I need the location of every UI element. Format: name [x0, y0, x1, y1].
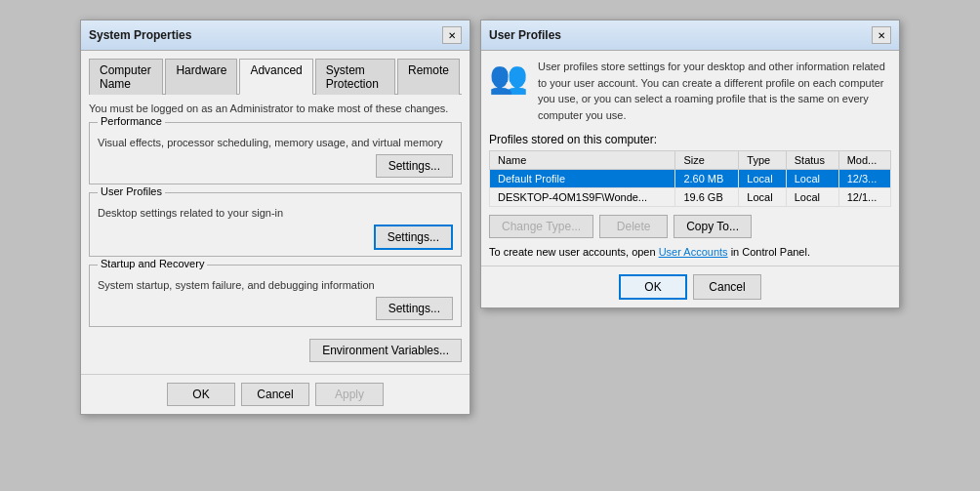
- col-header-status: Status: [786, 151, 838, 170]
- profiles-table: Name Size Type Status Mod... Default Pro…: [489, 150, 891, 207]
- footer-text-1: To create new user accounts, open: [489, 246, 659, 258]
- user-profiles-bottom-buttons: OK Cancel: [481, 266, 899, 307]
- title-bar-controls: ✕: [442, 26, 462, 44]
- users-icon: 👥: [489, 59, 528, 96]
- apply-button[interactable]: Apply: [315, 383, 384, 406]
- user-profiles-settings-button[interactable]: Settings...: [374, 225, 453, 250]
- performance-title: Performance: [98, 115, 165, 127]
- footer-text-2: in Control Panel.: [731, 246, 810, 258]
- cell-mod: 12/1...: [838, 188, 890, 207]
- startup-recovery-settings-button[interactable]: Settings...: [376, 297, 453, 320]
- startup-recovery-btn-row: Settings...: [98, 297, 453, 320]
- footer-link-row: To create new user accounts, open User A…: [489, 246, 891, 258]
- user-profiles-section: User Profiles Desktop settings related t…: [89, 192, 462, 257]
- tab-remote[interactable]: Remote: [397, 59, 460, 95]
- performance-desc: Visual effects, processor scheduling, me…: [98, 137, 453, 148]
- ok-button[interactable]: OK: [167, 383, 235, 406]
- profile-action-buttons: Change Type... Delete Copy To...: [489, 215, 891, 238]
- col-header-name: Name: [490, 151, 675, 170]
- user-profiles-title-bar: User Profiles ✕: [481, 20, 899, 51]
- user-profiles-content: 👥 User profiles store settings for your …: [481, 51, 899, 266]
- col-header-type: Type: [739, 151, 786, 170]
- cell-name: DESKTOP-4OM1S9F\Wonde...: [490, 188, 675, 207]
- tab-computer-name[interactable]: Computer Name: [89, 59, 163, 95]
- close-button[interactable]: ✕: [442, 26, 462, 44]
- col-header-mod: Mod...: [838, 151, 890, 170]
- user-profiles-title: User Profiles: [98, 185, 165, 197]
- user-profiles-desc: Desktop settings related to your sign-in: [98, 207, 453, 219]
- info-text: User profiles store settings for your de…: [538, 59, 891, 123]
- tabs-container: Computer Name Hardware Advanced System P…: [89, 59, 462, 95]
- copy-to-button[interactable]: Copy To...: [674, 215, 752, 238]
- system-properties-title: System Properties: [89, 28, 191, 42]
- env-btn-row: Environment Variables...: [89, 335, 462, 366]
- cell-status: Local: [786, 170, 838, 188]
- system-properties-window: System Properties ✕ Computer Name Hardwa…: [80, 20, 470, 415]
- table-row[interactable]: Default Profile2.60 MBLocalLocal12/3...: [490, 170, 891, 188]
- user-accounts-link[interactable]: User Accounts: [659, 246, 728, 258]
- system-properties-title-bar: System Properties ✕: [81, 20, 470, 51]
- up-title-bar-controls: ✕: [872, 26, 891, 44]
- change-type-button[interactable]: Change Type...: [489, 215, 593, 238]
- cell-size: 2.60 MB: [675, 170, 739, 188]
- cell-size: 19.6 GB: [675, 188, 739, 207]
- col-header-size: Size: [675, 151, 739, 170]
- tab-system-protection[interactable]: System Protection: [315, 59, 395, 95]
- system-properties-content: Computer Name Hardware Advanced System P…: [81, 51, 470, 374]
- performance-section: Performance Visual effects, processor sc…: [89, 122, 462, 184]
- cancel-button[interactable]: Cancel: [241, 383, 309, 406]
- admin-note: You must be logged on as an Administrato…: [89, 102, 462, 114]
- environment-variables-button[interactable]: Environment Variables...: [309, 339, 462, 362]
- user-profiles-window-title: User Profiles: [489, 28, 561, 42]
- delete-button[interactable]: Delete: [599, 215, 668, 238]
- cell-status: Local: [786, 188, 838, 207]
- tab-hardware[interactable]: Hardware: [165, 59, 237, 95]
- performance-settings-button[interactable]: Settings...: [376, 154, 453, 178]
- performance-btn-row: Settings...: [98, 154, 453, 178]
- up-cancel-button[interactable]: Cancel: [693, 274, 761, 300]
- user-profiles-window: User Profiles ✕ 👥 User profiles store se…: [480, 20, 900, 308]
- cell-mod: 12/3...: [838, 170, 890, 188]
- cell-type: Local: [739, 188, 786, 207]
- profiles-label: Profiles stored on this computer:: [489, 133, 891, 146]
- startup-recovery-title: Startup and Recovery: [98, 258, 207, 269]
- table-row[interactable]: DESKTOP-4OM1S9F\Wonde...19.6 GBLocalLoca…: [490, 188, 891, 207]
- user-profiles-btn-row: Settings...: [98, 225, 453, 250]
- cell-name: Default Profile: [490, 170, 675, 188]
- system-props-bottom-buttons: OK Cancel Apply: [81, 374, 470, 414]
- startup-recovery-desc: System startup, system failure, and debu…: [98, 279, 453, 291]
- up-close-button[interactable]: ✕: [872, 26, 891, 44]
- up-ok-button[interactable]: OK: [619, 274, 687, 300]
- startup-recovery-section: Startup and Recovery System startup, sys…: [89, 265, 462, 327]
- info-row: 👥 User profiles store settings for your …: [489, 59, 891, 123]
- cell-type: Local: [739, 170, 786, 188]
- tab-advanced[interactable]: Advanced: [239, 59, 312, 95]
